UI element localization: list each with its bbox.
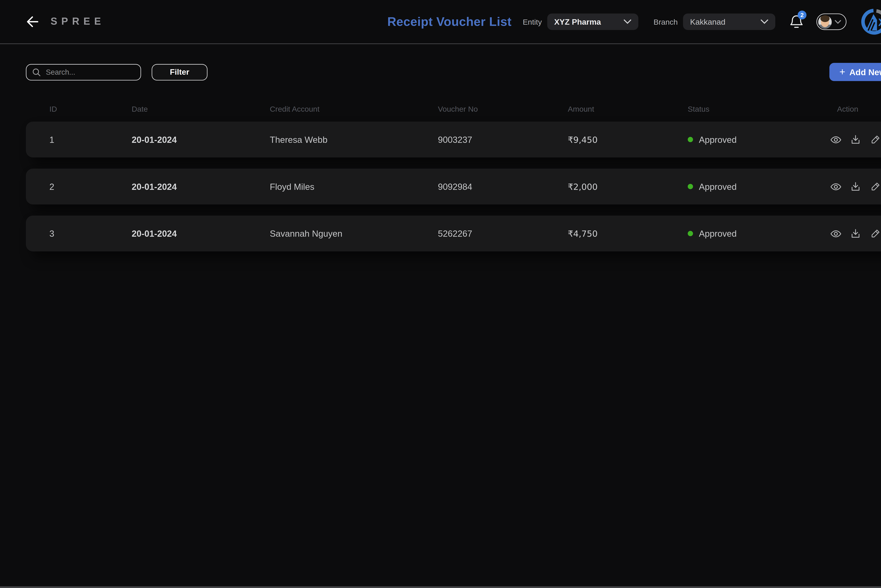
status-label: Approved: [699, 135, 737, 145]
table-header: ID Date Credit Account Voucher No Amount…: [26, 105, 881, 113]
column-header-action: Action: [830, 105, 879, 113]
row-actions: [830, 228, 881, 239]
cell-date: 20-01-2024: [132, 229, 270, 238]
status-badge: Approved: [688, 182, 830, 192]
main-content: Filter + Add New ID Date Credit Account …: [0, 44, 881, 252]
add-new-label: Add New: [849, 67, 881, 76]
entity-value: XYZ Pharma: [554, 17, 601, 26]
status-label: Approved: [699, 229, 737, 238]
chevron-down-icon: [624, 20, 631, 24]
cell-id: 2: [49, 182, 132, 192]
column-header-status: Status: [688, 105, 830, 113]
download-button[interactable]: [850, 181, 861, 192]
view-button[interactable]: [830, 181, 841, 192]
table-row[interactable]: 2 20-01-2024 Floyd Miles 9092984 ₹2,000 …: [26, 168, 881, 204]
window-bottom-edge: [0, 586, 881, 588]
app-window: SPREE Receipt Voucher List Entity XYZ Ph…: [0, 0, 881, 588]
arrow-left-icon: [25, 15, 39, 29]
pencil-icon: [870, 181, 881, 192]
cell-id: 1: [49, 135, 132, 145]
logo-text: XYZ: [878, 16, 881, 28]
user-menu[interactable]: [816, 14, 846, 30]
notification-badge: 2: [798, 10, 806, 20]
table-row[interactable]: 1 20-01-2024 Theresa Webb 9003237 ₹9,450…: [26, 122, 881, 158]
chevron-down-icon: [834, 20, 841, 24]
download-icon: [850, 181, 861, 192]
brand-logo-text: SPREE: [51, 16, 105, 28]
edit-button[interactable]: [870, 228, 881, 239]
eye-icon: [830, 181, 842, 192]
column-header-date: Date: [132, 105, 270, 113]
search-box: [26, 64, 141, 80]
page-title: Receipt Voucher List: [387, 15, 511, 29]
column-header-voucher-no: Voucher No: [438, 105, 568, 113]
branch-label: Branch: [654, 17, 678, 26]
status-dot-icon: [688, 231, 693, 236]
entity-select[interactable]: XYZ Pharma: [547, 14, 638, 30]
search-input[interactable]: [45, 67, 135, 76]
eye-icon: [830, 134, 842, 146]
status-dot-icon: [688, 184, 693, 189]
logo-gray-arc: [876, 11, 881, 15]
cell-amount: ₹2,000: [568, 182, 688, 191]
cell-date: 20-01-2024: [132, 182, 270, 192]
download-button[interactable]: [850, 134, 861, 145]
status-badge: Approved: [688, 135, 830, 145]
plus-icon: +: [839, 67, 845, 77]
download-icon: [850, 134, 861, 145]
app-header: SPREE Receipt Voucher List Entity XYZ Ph…: [0, 0, 881, 44]
eye-icon: [830, 228, 842, 240]
pencil-icon: [870, 228, 881, 239]
edit-button[interactable]: [870, 181, 881, 192]
status-label: Approved: [699, 182, 737, 192]
cell-date: 20-01-2024: [132, 135, 270, 145]
view-button[interactable]: [830, 228, 841, 239]
table-body: 1 20-01-2024 Theresa Webb 9003237 ₹9,450…: [26, 122, 881, 252]
chevron-down-icon: [761, 20, 768, 24]
view-button[interactable]: [830, 134, 841, 145]
filter-button[interactable]: Filter: [152, 64, 207, 80]
column-header-credit-account: Credit Account: [270, 105, 438, 113]
branch-value: Kakkanad: [690, 17, 725, 26]
column-header-amount: Amount: [568, 105, 688, 113]
edit-button[interactable]: [870, 134, 881, 145]
branch-select[interactable]: Kakkanad: [683, 14, 775, 30]
back-button[interactable]: [25, 14, 40, 29]
notifications-button[interactable]: 2: [789, 14, 803, 29]
status-dot-icon: [688, 137, 693, 142]
download-icon: [850, 228, 861, 239]
cell-id: 3: [49, 229, 132, 238]
pencil-icon: [870, 134, 881, 145]
cell-voucher-no: 5262267: [438, 229, 568, 238]
table-row[interactable]: 3 20-01-2024 Savannah Nguyen 5262267 ₹4,…: [26, 216, 881, 251]
avatar: [818, 15, 832, 28]
company-logo: XYZ: [858, 8, 881, 36]
download-button[interactable]: [850, 228, 861, 239]
search-icon: [32, 68, 41, 76]
status-badge: Approved: [688, 229, 830, 238]
cell-voucher-no: 9003237: [438, 135, 568, 145]
cell-amount: ₹4,750: [568, 229, 688, 238]
row-actions: [830, 134, 881, 145]
cell-voucher-no: 9092984: [438, 182, 568, 192]
column-header-id: ID: [49, 105, 132, 113]
row-actions: [830, 181, 881, 192]
cell-credit-account: Theresa Webb: [270, 135, 438, 145]
entity-label: Entity: [523, 17, 542, 26]
cell-credit-account: Savannah Nguyen: [270, 229, 438, 238]
cell-credit-account: Floyd Miles: [270, 182, 438, 192]
add-new-button[interactable]: + Add New: [829, 63, 881, 81]
toolbar: Filter + Add New: [26, 63, 881, 81]
cell-amount: ₹9,450: [568, 135, 688, 144]
